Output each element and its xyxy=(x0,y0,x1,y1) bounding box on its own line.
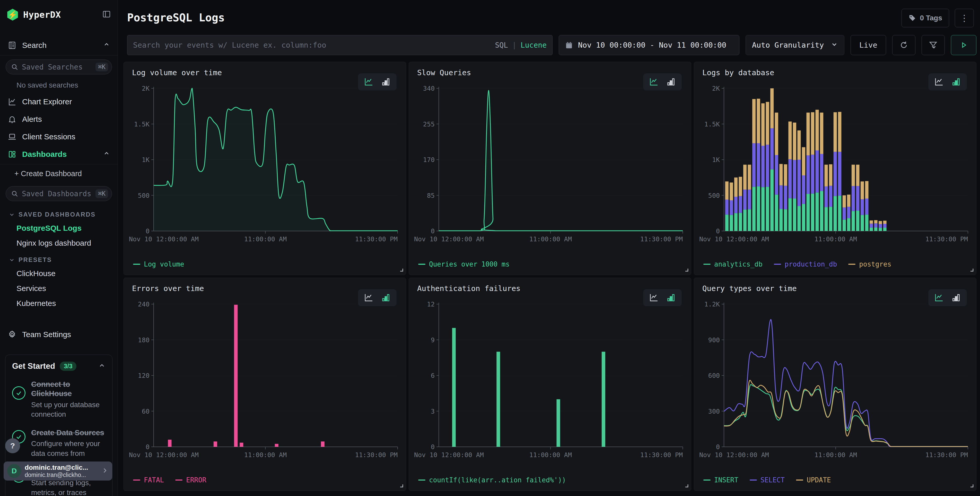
legend-label: ERROR xyxy=(186,476,206,484)
legend-label: Queries over 1000 ms xyxy=(429,260,509,268)
legend-entry[interactable]: countIf(like(arr..ation failed%')) xyxy=(418,476,566,484)
saved-searches-input[interactable] xyxy=(22,63,92,71)
line-chart-icon[interactable] xyxy=(363,293,374,303)
line-chart-icon[interactable] xyxy=(363,77,374,87)
svg-text:11:00:00 AM: 11:00:00 AM xyxy=(814,235,857,243)
chart-canvas[interactable]: 085170255340Nov 10 12:00:00 AM11:00:00 A… xyxy=(414,84,685,246)
dashboard-link-postgresql-logs[interactable]: PostgreSQL Logs xyxy=(0,221,118,236)
bar-chart-icon[interactable] xyxy=(380,77,391,87)
preset-link-services[interactable]: Services xyxy=(0,281,118,296)
time-range-picker[interactable]: Nov 10 00:00:00 - Nov 11 00:00:00 xyxy=(559,35,740,55)
chart-canvas[interactable]: 05001K1.5K2KNov 10 12:00:00 AM11:00:00 A… xyxy=(699,84,970,246)
saved-dashboards-section[interactable]: SAVED DASHBOARDS xyxy=(0,205,118,221)
sidebar-item-dashboards[interactable]: Dashboards xyxy=(0,145,118,163)
svg-text:Nov 10 12:00:00 AM: Nov 10 12:00:00 AM xyxy=(414,235,484,243)
saved-dashboards-input[interactable] xyxy=(22,190,92,198)
resize-handle-icon[interactable] xyxy=(969,268,974,273)
panel-logs-by-database: Logs by database05001K1.5K2KNov 10 12:00… xyxy=(694,62,977,275)
sidebar-item-client-sessions[interactable]: Client Sessions xyxy=(0,128,118,145)
chart-title: Slow Queries xyxy=(417,68,471,77)
svg-text:0: 0 xyxy=(146,227,150,235)
lucene-toggle[interactable]: Lucene xyxy=(520,41,547,49)
legend-dash xyxy=(175,480,183,480)
user-menu[interactable]: D dominic.tran@clic... dominic.tran@clic… xyxy=(3,461,112,480)
chevron-right-icon xyxy=(101,467,108,475)
sidebar-item-label: Dashboards xyxy=(22,150,67,159)
resize-handle-icon[interactable] xyxy=(684,268,689,273)
presets-section[interactable]: PRESETS xyxy=(0,250,118,266)
query-toolbar: SQL | Lucene Nov 10 00:00:00 - Nov 11 00… xyxy=(124,35,977,55)
legend-dash xyxy=(418,480,425,480)
resize-handle-icon[interactable] xyxy=(399,483,403,488)
bar-chart-icon[interactable] xyxy=(665,293,676,303)
legend-entry[interactable]: Log volume xyxy=(133,260,184,268)
bar-chart-icon[interactable] xyxy=(380,293,391,303)
line-chart-icon[interactable] xyxy=(934,293,945,303)
chevron-up-icon[interactable] xyxy=(103,41,110,50)
legend-entry[interactable]: SELECT xyxy=(750,476,785,484)
bar-chart-icon[interactable] xyxy=(950,293,962,303)
chart-type-toolbar xyxy=(358,289,396,306)
legend-entry[interactable]: Queries over 1000 ms xyxy=(418,260,509,268)
chevron-up-icon[interactable] xyxy=(103,150,110,159)
svg-text:1K: 1K xyxy=(712,156,720,164)
dashboard-menu-button[interactable]: ⋮ xyxy=(955,9,974,27)
chevron-up-icon[interactable] xyxy=(98,362,105,370)
chart-canvas[interactable]: 03006009001.2KNov 10 12:00:00 AM11:00:00… xyxy=(699,300,970,461)
sidebar-item-search[interactable]: Search xyxy=(0,37,118,54)
help-question-icon: ? xyxy=(10,442,15,450)
sidebar-item-team-settings[interactable]: Team Settings xyxy=(0,326,118,343)
resize-handle-icon[interactable] xyxy=(399,268,403,273)
tag-icon xyxy=(908,14,916,22)
filter-button[interactable] xyxy=(921,35,945,55)
resize-handle-icon[interactable] xyxy=(969,483,974,488)
sidebar-item-chart-explorer[interactable]: Chart Explorer xyxy=(0,93,118,110)
granularity-select[interactable]: Auto Granularity xyxy=(746,35,845,55)
get-started-item-connect[interactable]: Connect to ClickHouse Set up your databa… xyxy=(12,380,105,419)
legend-label: Log volume xyxy=(144,260,184,268)
tags-button[interactable]: 0 Tags xyxy=(902,9,949,27)
refresh-button[interactable] xyxy=(892,35,915,55)
legend-entry[interactable]: postgres xyxy=(848,260,891,268)
legend-entry[interactable]: production_db xyxy=(774,260,837,268)
chart-legend: Log volume xyxy=(133,260,184,268)
get-started-header[interactable]: Get Started 3/3 xyxy=(12,362,105,371)
help-button[interactable]: ? xyxy=(5,438,20,453)
chart-title: Log volume over time xyxy=(132,68,222,77)
sql-toggle[interactable]: SQL xyxy=(495,41,508,49)
sidebar-item-alerts[interactable]: Alerts xyxy=(0,110,118,128)
get-started-item-datasources[interactable]: Create Data Sources Configure where your… xyxy=(12,428,105,458)
legend-entry[interactable]: INSERT xyxy=(703,476,738,484)
svg-text:11:30:00 PM: 11:30:00 PM xyxy=(640,235,683,243)
legend-entry[interactable]: ERROR xyxy=(175,476,206,484)
bar-chart-icon[interactable] xyxy=(950,77,962,87)
preset-link-clickhouse[interactable]: ClickHouse xyxy=(0,266,118,281)
kebab-icon: ⋮ xyxy=(960,13,969,23)
chart-canvas[interactable]: 060120180240Nov 10 12:00:00 AM11:00:00 A… xyxy=(129,300,400,461)
legend-dash xyxy=(848,264,856,265)
line-chart-icon[interactable] xyxy=(648,293,660,303)
legend-entry[interactable]: UPDATE xyxy=(796,476,831,484)
sidebar-collapse-icon[interactable] xyxy=(102,10,111,19)
bar-chart-icon[interactable] xyxy=(665,77,676,87)
line-chart-icon[interactable] xyxy=(648,77,660,87)
sidebar: ⚡ HyperDX Search ⌘K No saved searches Ch… xyxy=(0,0,118,496)
resize-handle-icon[interactable] xyxy=(684,483,689,488)
legend-label: production_db xyxy=(785,260,837,268)
panel-slow-queries: Slow Queries085170255340Nov 10 12:00:00 … xyxy=(409,62,691,275)
dashboard-link-nginx-logs[interactable]: Nginx logs dashboard xyxy=(0,236,118,250)
sidebar-item-label: Search xyxy=(22,41,46,50)
create-dashboard-button[interactable]: + Create Dashboard xyxy=(0,165,118,182)
svg-text:0: 0 xyxy=(146,443,150,451)
kbd-shortcut: ⌘K xyxy=(95,189,108,198)
line-chart-icon[interactable] xyxy=(934,77,945,87)
chart-canvas[interactable]: 036912Nov 10 12:00:00 AM11:00:00 AM11:30… xyxy=(414,300,685,461)
live-button[interactable]: Live xyxy=(851,35,886,55)
legend-entry[interactable]: FATAL xyxy=(133,476,164,484)
event-search-input[interactable] xyxy=(133,41,495,49)
run-query-button[interactable] xyxy=(951,35,977,55)
chart-canvas[interactable]: 05001K1.5K2KNov 10 12:00:00 AM11:00:00 A… xyxy=(129,84,400,246)
preset-link-kubernetes[interactable]: Kubernetes xyxy=(0,296,118,311)
dashboard-header: PostgreSQL Logs 0 Tags ⋮ xyxy=(124,7,977,27)
legend-entry[interactable]: analytics_db xyxy=(703,260,762,268)
